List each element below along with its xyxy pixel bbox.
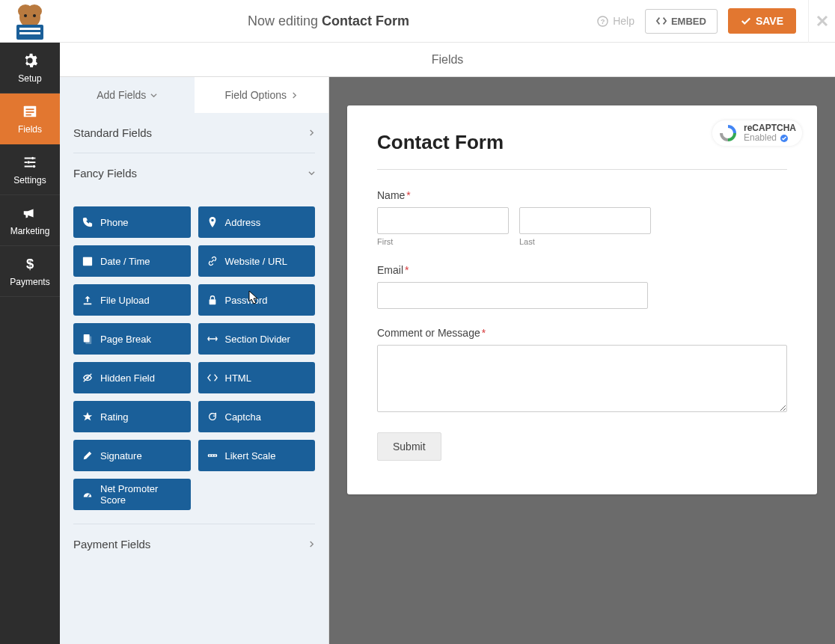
svg-rect-12 xyxy=(26,111,34,113)
lock-icon xyxy=(207,295,218,305)
accordion-payment-fields[interactable]: Payment Fields xyxy=(73,524,315,564)
fields-panel: Add Fields Field Options Standard Fields… xyxy=(60,77,329,644)
phone-icon xyxy=(82,217,93,227)
field-url-label: Website / URL xyxy=(225,256,288,267)
svg-rect-19 xyxy=(83,257,92,260)
field-url[interactable]: Website / URL xyxy=(198,245,316,277)
close-button[interactable] xyxy=(808,0,835,43)
check-icon xyxy=(741,16,751,26)
main-header: Fields xyxy=(60,43,835,77)
field-name[interactable]: Name* First Last xyxy=(377,189,787,246)
star-icon xyxy=(82,411,93,422)
top-bar: Now editing Contact Form ? Help EMBED SA… xyxy=(0,0,835,43)
help-link[interactable]: ? Help xyxy=(597,15,634,27)
svg-rect-6 xyxy=(19,28,40,30)
chevron-right-icon xyxy=(291,92,298,99)
field-pagebreak-label: Page Break xyxy=(100,334,151,345)
last-sublabel: Last xyxy=(519,237,651,246)
field-datetime[interactable]: Date / Time xyxy=(73,245,191,277)
field-comment[interactable]: Comment or Message* xyxy=(377,327,787,414)
field-signature[interactable]: Signature xyxy=(73,440,191,471)
required-asterisk: * xyxy=(406,189,410,201)
field-pagebreak[interactable]: Page Break xyxy=(73,323,191,355)
save-label: SAVE xyxy=(756,15,783,27)
svg-point-15 xyxy=(27,161,30,164)
field-nps[interactable]: Net Promoter Score xyxy=(73,479,191,510)
topbar-right: ? Help EMBED SAVE xyxy=(597,8,808,34)
field-rating[interactable]: Rating xyxy=(73,401,191,432)
dollar-icon: $ xyxy=(22,256,38,272)
email-input[interactable] xyxy=(377,282,648,309)
likert-icon xyxy=(207,450,218,461)
svg-point-25 xyxy=(209,455,210,456)
nav-payments[interactable]: $ Payments xyxy=(0,246,60,297)
pencil-icon xyxy=(82,450,93,461)
refresh-icon xyxy=(207,411,218,422)
field-phone[interactable]: Phone xyxy=(73,206,191,238)
field-section[interactable]: Section Divider xyxy=(198,323,316,355)
upload-icon xyxy=(82,295,93,305)
recaptcha-badge[interactable]: reCAPTCHA Enabled xyxy=(712,120,802,146)
field-email[interactable]: Email* xyxy=(377,264,787,309)
nav-marketing[interactable]: Marketing xyxy=(0,195,60,246)
field-upload-label: File Upload xyxy=(100,295,150,306)
accordion-standard-fields[interactable]: Standard Fields xyxy=(73,113,315,153)
field-likert[interactable]: Likert Scale xyxy=(198,440,316,471)
link-icon xyxy=(207,256,218,266)
svg-rect-11 xyxy=(26,108,34,110)
field-captcha[interactable]: Captcha xyxy=(198,401,316,432)
field-password-label: Password xyxy=(225,295,268,306)
nav-fields[interactable]: Fields xyxy=(0,93,60,144)
logo xyxy=(0,2,60,40)
required-asterisk: * xyxy=(405,264,409,276)
accordion-standard-label: Standard Fields xyxy=(73,126,152,139)
nav-setup[interactable]: Setup xyxy=(0,43,60,93)
svg-point-26 xyxy=(212,455,213,456)
first-sublabel: First xyxy=(377,237,509,246)
last-name-input[interactable] xyxy=(519,207,651,234)
chevron-right-icon xyxy=(308,129,315,136)
svg-point-3 xyxy=(24,14,27,17)
calendar-icon xyxy=(82,256,93,266)
tab-add-fields[interactable]: Add Fields xyxy=(60,77,195,113)
accordion: Standard Fields Fancy Fields Phone Addre… xyxy=(60,113,328,564)
arrows-h-icon xyxy=(207,334,218,344)
accordion-fancy-label: Fancy Fields xyxy=(73,167,137,180)
recaptcha-text: reCAPTCHA Enabled xyxy=(744,123,796,143)
field-address[interactable]: Address xyxy=(198,206,316,238)
svg-rect-7 xyxy=(19,32,40,34)
preview-card: reCAPTCHA Enabled Contact Form Name* Fir… xyxy=(347,105,817,494)
field-nps-label: Net Promoter Score xyxy=(100,483,182,506)
code-icon xyxy=(207,372,218,383)
svg-text:?: ? xyxy=(601,18,605,25)
field-rating-label: Rating xyxy=(100,411,129,423)
svg-point-27 xyxy=(214,455,215,456)
field-html[interactable]: HTML xyxy=(198,362,316,393)
field-upload[interactable]: File Upload xyxy=(73,284,191,316)
submit-button[interactable]: Submit xyxy=(377,432,441,461)
field-datetime-label: Date / Time xyxy=(100,256,150,267)
accordion-fancy-fields[interactable]: Fancy Fields xyxy=(73,153,315,193)
help-icon: ? xyxy=(597,16,608,27)
comment-textarea[interactable] xyxy=(377,345,787,412)
save-button[interactable]: SAVE xyxy=(728,8,796,34)
left-nav: Setup Fields Settings Marketing $ Paymen… xyxy=(0,43,60,644)
embed-button[interactable]: EMBED xyxy=(645,9,718,34)
comment-label: Comment or Message* xyxy=(377,327,787,339)
eye-slash-icon xyxy=(82,372,93,383)
field-password[interactable]: Password xyxy=(198,284,316,316)
required-asterisk: * xyxy=(482,327,486,339)
nav-settings[interactable]: Settings xyxy=(0,144,60,195)
main: Fields Add Fields Field Options Standard… xyxy=(60,43,835,644)
field-hidden[interactable]: Hidden Field xyxy=(73,362,191,393)
field-hidden-label: Hidden Field xyxy=(100,372,155,384)
tab-field-options-label: Field Options xyxy=(225,89,287,101)
map-marker-icon xyxy=(207,217,218,227)
editing-prefix: Now editing xyxy=(248,13,322,28)
form-icon xyxy=(22,103,38,120)
editing-form-name: Contact Form xyxy=(322,13,409,28)
name-label: Name* xyxy=(377,189,787,201)
first-name-input[interactable] xyxy=(377,207,509,234)
editing-title: Now editing Contact Form xyxy=(60,13,597,29)
tab-field-options[interactable]: Field Options xyxy=(195,77,329,113)
